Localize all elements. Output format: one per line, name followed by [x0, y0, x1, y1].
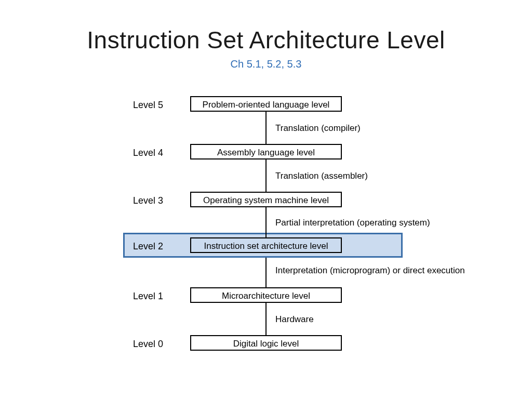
- level-number: Level 1: [133, 291, 190, 302]
- level-box: Microarchitecture level: [190, 287, 342, 303]
- level-number: Level 2: [133, 241, 190, 252]
- level-number: Level 4: [133, 148, 190, 158]
- row-level-1: Level 1 Microarchitecture level: [0, 287, 532, 305]
- transition-label: Interpretation (microprogram) or direct …: [275, 265, 483, 276]
- transition-label: Translation (compiler): [275, 123, 483, 134]
- row-level-5: Level 5 Problem-oriented language level: [0, 96, 532, 114]
- level-box: Assembly language level: [190, 144, 342, 159]
- row-level-4: Level 4 Assembly language level: [0, 144, 532, 162]
- connector: [265, 112, 267, 145]
- level-box: Problem-oriented language level: [190, 96, 342, 112]
- row-level-0: Level 0 Digital logic level: [0, 335, 532, 353]
- slide-title: Instruction Set Architecture Level: [0, 26, 532, 54]
- connector: [265, 258, 267, 288]
- level-box: Instruction set architecture level: [190, 237, 342, 253]
- slide-subtitle: Ch 5.1, 5.2, 5.3: [0, 58, 532, 70]
- level-box: Digital logic level: [190, 335, 342, 351]
- slide: Instruction Set Architecture Level Ch 5.…: [0, 0, 532, 399]
- connector: [265, 159, 267, 193]
- connector: [265, 303, 267, 336]
- level-box: Operating system machine level: [190, 192, 342, 207]
- transition-label: Partial interpretation (operating system…: [275, 218, 483, 228]
- transition-label: Hardware: [275, 314, 483, 325]
- level-number: Level 5: [133, 100, 190, 111]
- level-number: Level 3: [133, 195, 190, 206]
- row-level-2: Level 2 Instruction set architecture lev…: [0, 237, 532, 255]
- connector: [265, 207, 267, 237]
- level-number: Level 0: [133, 339, 190, 350]
- transition-label: Translation (assembler): [275, 171, 483, 181]
- row-level-3: Level 3 Operating system machine level: [0, 192, 532, 209]
- levels-diagram: Level 5 Problem-oriented language level …: [0, 91, 532, 382]
